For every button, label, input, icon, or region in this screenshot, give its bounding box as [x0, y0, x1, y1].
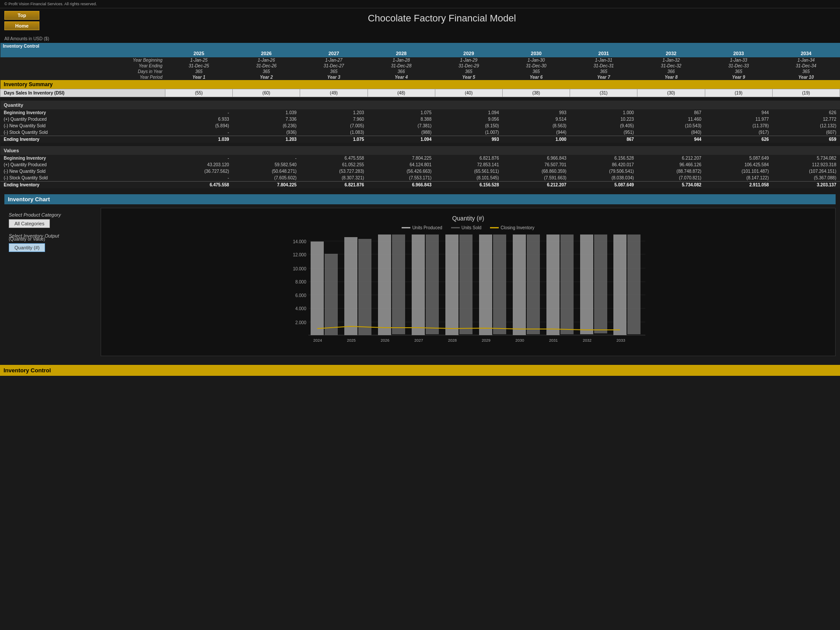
- svg-rect-31: [580, 234, 593, 334]
- val-ending-row: Ending Inventory 6.475.558 7.804.225 6.8…: [0, 181, 840, 188]
- beginning-2025: 1-Jan-25: [165, 57, 232, 63]
- dsi-val-9: (19): [772, 89, 840, 97]
- currency-label: All Amounts in USD ($): [0, 35, 840, 43]
- dsi-val-7: (30): [637, 89, 705, 97]
- svg-rect-15: [311, 242, 324, 335]
- svg-rect-24: [459, 234, 472, 334]
- chart-controls: Select Product Category All Categories S…: [4, 208, 92, 262]
- year-2032: 2032: [637, 49, 705, 57]
- year-2029: 2029: [435, 49, 502, 57]
- year-beginning-label: Year Beginning: [0, 57, 165, 63]
- year-2025: 2025: [165, 49, 232, 57]
- legend-units-produced: Units Produced: [402, 225, 442, 230]
- svg-rect-27: [513, 234, 526, 335]
- dsi-val-4: (40): [435, 89, 502, 97]
- dsi-val-5: (38): [502, 89, 570, 97]
- chart-legend: Units Produced Units Sold Closing Invent…: [108, 225, 829, 230]
- qty-ending-row: Ending Inventory 1.039 1.203 1.075 1.094…: [0, 136, 840, 143]
- chart-container: Select Product Category All Categories S…: [4, 208, 836, 356]
- svg-rect-17: [344, 237, 357, 335]
- svg-text:12.000: 12.000: [293, 252, 306, 257]
- inventory-summary-header-row: Inventory Summary: [0, 80, 840, 89]
- val-produced-row: (+) Quantity Produced 43.203.120 59.582.…: [0, 161, 840, 168]
- svg-text:14.000: 14.000: [293, 239, 306, 244]
- val-beginning-row: Beginning Inventory - - 6.475.558 7.804.…: [0, 155, 840, 161]
- year-2027: 2027: [300, 49, 368, 57]
- legend-closing-inventory: Closing Inventory: [490, 225, 534, 230]
- svg-rect-25: [479, 234, 492, 335]
- val-new-qty-sold-row: (-) New Quantity Sold (36.727.562) (50.6…: [0, 168, 840, 175]
- page-title-area: Chocolate Factory Financial Model: [44, 8, 840, 28]
- year-2026: 2026: [233, 49, 300, 57]
- svg-text:2024: 2024: [313, 338, 322, 343]
- top-button[interactable]: Top: [4, 11, 39, 20]
- svg-rect-26: [493, 234, 506, 334]
- svg-text:2028: 2028: [448, 338, 457, 343]
- values-header-row: Values: [0, 146, 840, 155]
- year-ending-row: Year Ending 31-Dec-25 31-Dec-26 31-Dec-2…: [0, 63, 840, 69]
- svg-text:8.000: 8.000: [295, 280, 306, 284]
- svg-rect-33: [613, 234, 626, 335]
- svg-text:2.000: 2.000: [295, 320, 306, 325]
- copyright-text: © Profit Vision Financial Services. All …: [4, 2, 97, 6]
- inventory-table: Inventory Control 2025 2026 2027 2028 20…: [0, 43, 840, 188]
- svg-rect-22: [426, 234, 439, 334]
- category-label: Select Product Category: [9, 212, 88, 217]
- svg-text:2025: 2025: [347, 338, 356, 343]
- svg-text:6.000: 6.000: [295, 293, 306, 298]
- home-button[interactable]: Home: [4, 21, 39, 30]
- year-2034: 2034: [772, 49, 840, 57]
- svg-text:2027: 2027: [414, 338, 423, 343]
- svg-text:2033: 2033: [616, 338, 625, 343]
- chart-section: Inventory Chart Select Product Category …: [0, 190, 840, 360]
- svg-rect-19: [378, 234, 391, 335]
- chart-title: Quantity (#): [108, 215, 829, 222]
- stock-qty-sold-row: (-) Stock Quantity Sold - (936) (1.083) …: [0, 129, 840, 136]
- chart-section-header: Inventory Chart: [4, 194, 836, 204]
- svg-rect-16: [325, 254, 338, 335]
- quantity-section-label: Quantity: [4, 102, 24, 108]
- svg-rect-29: [546, 234, 560, 335]
- dsi-val-0: (55): [165, 89, 232, 97]
- year-2033: 2033: [705, 49, 772, 57]
- top-bar: © Profit Vision Financial Services. All …: [0, 0, 840, 8]
- section-header-label: Inventory Control: [3, 44, 39, 49]
- values-section-label: Values: [4, 148, 19, 153]
- legend-units-sold: Units Sold: [451, 225, 482, 230]
- svg-text:2032: 2032: [583, 338, 592, 343]
- svg-rect-20: [392, 234, 405, 334]
- spacer-2: [0, 143, 840, 146]
- svg-text:2026: 2026: [381, 338, 389, 343]
- svg-text:10.000: 10.000: [293, 266, 306, 271]
- dsi-label: Days Sales In Inventory (DSI): [4, 91, 64, 95]
- svg-text:2031: 2031: [549, 338, 558, 343]
- svg-rect-23: [445, 234, 458, 335]
- footer-label: Inventory Control: [4, 367, 51, 374]
- new-qty-sold-row: (-) New Quantity Sold (5.894) (6.236) (7…: [0, 122, 840, 129]
- svg-rect-30: [560, 234, 574, 334]
- year-header-row: 2025 2026 2027 2028 2029 2030 2031 2032 …: [0, 49, 840, 57]
- output-button[interactable]: Quantity (#): [9, 243, 45, 252]
- year-2031: 2031: [570, 49, 637, 57]
- dsi-val-8: (19): [705, 89, 772, 97]
- nav-buttons: Top Home: [0, 8, 44, 33]
- dsi-row: Days Sales In Inventory (DSI) (55) (60) …: [0, 89, 840, 97]
- svg-rect-21: [412, 234, 425, 335]
- year-2028: 2028: [368, 49, 435, 57]
- year-period-row: Year Period Year 1 Year 2 Year 3 Year 4 …: [0, 74, 840, 80]
- svg-text:2029: 2029: [482, 338, 490, 343]
- dsi-val-3: (48): [368, 89, 435, 97]
- dsi-val-2: (49): [300, 89, 368, 97]
- footer: Inventory Control: [0, 365, 840, 376]
- svg-rect-28: [527, 234, 540, 334]
- dsi-val-6: (31): [570, 89, 637, 97]
- chart-svg: 14.000 12.000 10.000 8.000 6.000 4.000 2…: [108, 234, 829, 348]
- days-in-year-row: Days in Year 365 365 365 366 365 365 365…: [0, 69, 840, 74]
- spacer-1: [0, 97, 840, 101]
- quantity-header-row: Quantity: [0, 101, 840, 109]
- svg-rect-34: [627, 234, 640, 334]
- header-section: Top Home Chocolate Factory Financial Mod…: [0, 8, 840, 35]
- category-button[interactable]: All Categories: [9, 219, 50, 228]
- svg-rect-18: [358, 239, 371, 335]
- page-title: Chocolate Factory Financial Model: [44, 13, 840, 24]
